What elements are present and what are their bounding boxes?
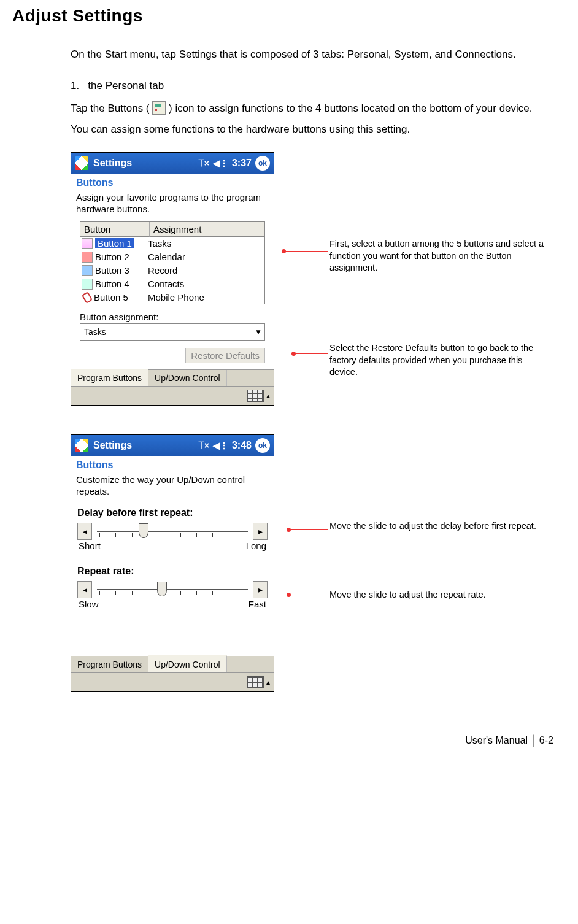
assignment-label: Button assignment: — [71, 307, 274, 323]
button-name: Button 3 — [95, 265, 129, 275]
window-title: Settings — [93, 440, 132, 451]
delay-max-label: Long — [246, 541, 266, 551]
record-icon — [82, 265, 93, 276]
table-row[interactable]: Button 2 Calendar — [80, 250, 264, 264]
slider-left-button[interactable]: ◂ — [77, 523, 92, 540]
slider-thumb[interactable] — [157, 582, 167, 596]
button-table: Button Assignment Button 1 Tasks Button … — [80, 221, 265, 304]
keyboard-icon[interactable] — [247, 390, 264, 402]
dropdown-value: Tasks — [80, 327, 252, 337]
delay-label: Delay before first repeat: — [71, 501, 274, 522]
col-header-button: Button — [80, 222, 150, 237]
signal-icon: ⟙× — [198, 158, 209, 169]
callout-delay-slider: Move the slide to adjust the delay befor… — [329, 520, 547, 533]
callout-rate-slider: Move the slide to adjust the repeat rate… — [329, 589, 547, 601]
tab-program-buttons[interactable]: Program Buttons — [71, 369, 148, 386]
page-heading: Adjust Settings — [12, 6, 553, 26]
phone-icon — [82, 292, 91, 302]
step-line: 1. the Personal tab — [71, 75, 541, 96]
slider-right-button[interactable]: ▸ — [253, 581, 268, 598]
step-number: 1. — [71, 80, 79, 91]
chevron-down-icon: ▼ — [252, 328, 264, 336]
callout-select-button: First, select a button among the 5 butto… — [329, 238, 547, 274]
ok-button[interactable]: ok — [255, 438, 270, 453]
step-title: the Personal tab — [88, 80, 164, 91]
keyboard-icon[interactable] — [247, 676, 264, 688]
start-icon[interactable] — [75, 439, 88, 452]
screen-subtitle: Buttons — [71, 456, 274, 473]
up-caret-icon[interactable]: ▴ — [266, 391, 270, 400]
screen-description: Customize the way your Up/Down control r… — [71, 473, 274, 501]
assignment-value: Calendar — [144, 250, 264, 263]
tab-up-down-control[interactable]: Up/Down Control — [148, 655, 227, 672]
callout-line — [294, 353, 328, 354]
clock: 3:37 — [232, 158, 252, 169]
col-header-assignment: Assignment — [150, 222, 264, 237]
tab-program-buttons[interactable]: Program Buttons — [71, 656, 148, 672]
assignment-value: Tasks — [144, 237, 264, 250]
button-name: Button 1 — [95, 238, 134, 248]
page-footer: User's Manual │ 6-2 — [12, 735, 553, 746]
bottom-bar: ▴ — [71, 672, 274, 691]
start-icon[interactable] — [75, 156, 88, 170]
rate-slider-row: ◂ ▸ — [71, 580, 274, 599]
slider-left-button[interactable]: ◂ — [77, 581, 92, 598]
tab-bar: Program Buttons Up/Down Control — [71, 369, 274, 386]
bottom-bar: ▴ — [71, 386, 274, 405]
volume-icon[interactable]: ◀⋮ — [213, 441, 228, 450]
rate-max-label: Fast — [249, 599, 266, 609]
table-row[interactable]: Button 3 Record — [80, 264, 264, 277]
assignment-dropdown[interactable]: Tasks ▼ — [80, 323, 265, 341]
delay-slider-row: ◂ ▸ — [71, 522, 274, 541]
rate-slider[interactable] — [96, 580, 249, 599]
buttons-icon — [152, 101, 166, 115]
table-row[interactable]: Button 4 Contacts — [80, 277, 264, 291]
buttons-paragraph: Tap the Buttons ( ) icon to assign funct… — [71, 98, 541, 140]
button-name: Button 2 — [95, 252, 129, 262]
assignment-value: Contacts — [144, 277, 264, 290]
intro-paragraph: On the Start menu, tap Settings that is … — [71, 44, 541, 65]
screenshot-updown-control: Settings ⟙× ◀⋮ 3:48 ok Buttons Customize… — [71, 434, 274, 692]
delay-slider[interactable] — [96, 522, 249, 541]
contacts-icon — [82, 279, 93, 290]
callout-restore-defaults: Select the Restore Defaults button to go… — [329, 342, 547, 379]
callout-line — [289, 595, 328, 595]
title-bar: Settings ⟙× ◀⋮ 3:37 ok — [71, 153, 274, 174]
clock: 3:48 — [232, 440, 252, 451]
tasks-icon — [82, 238, 93, 249]
callout-line — [284, 251, 328, 252]
slider-right-button[interactable]: ▸ — [253, 523, 268, 540]
assignment-value: Mobile Phone — [144, 291, 264, 304]
table-row[interactable]: Button 5 Mobile Phone — [80, 291, 264, 304]
button-name: Button 4 — [95, 279, 129, 289]
ok-button[interactable]: ok — [255, 156, 270, 171]
screenshot-program-buttons: Settings ⟙× ◀⋮ 3:37 ok Buttons Assign yo… — [71, 152, 274, 406]
rate-label: Repeat rate: — [71, 555, 274, 580]
restore-defaults-button[interactable]: Restore Defaults — [185, 348, 265, 363]
volume-icon[interactable]: ◀⋮ — [213, 158, 228, 168]
para-part-a: Tap the Buttons ( — [71, 102, 150, 114]
screen-subtitle: Buttons — [71, 174, 274, 191]
calendar-icon — [82, 252, 93, 263]
rate-min-label: Slow — [79, 599, 99, 609]
title-bar: Settings ⟙× ◀⋮ 3:48 ok — [71, 435, 274, 456]
signal-icon: ⟙× — [198, 441, 209, 451]
button-name: Button 5 — [94, 292, 128, 302]
delay-min-label: Short — [79, 541, 101, 551]
tab-bar: Program Buttons Up/Down Control — [71, 656, 274, 672]
callout-line — [289, 529, 328, 530]
table-row[interactable]: Button 1 Tasks — [80, 237, 264, 250]
window-title: Settings — [93, 158, 132, 169]
tab-up-down-control[interactable]: Up/Down Control — [148, 370, 227, 386]
status-area: ⟙× ◀⋮ 3:37 — [198, 158, 252, 169]
status-area: ⟙× ◀⋮ 3:48 — [198, 440, 252, 451]
screen-description: Assign your favorite programs to the pro… — [71, 191, 274, 219]
slider-thumb[interactable] — [139, 523, 148, 538]
assignment-value: Record — [144, 264, 264, 277]
up-caret-icon[interactable]: ▴ — [266, 678, 270, 687]
